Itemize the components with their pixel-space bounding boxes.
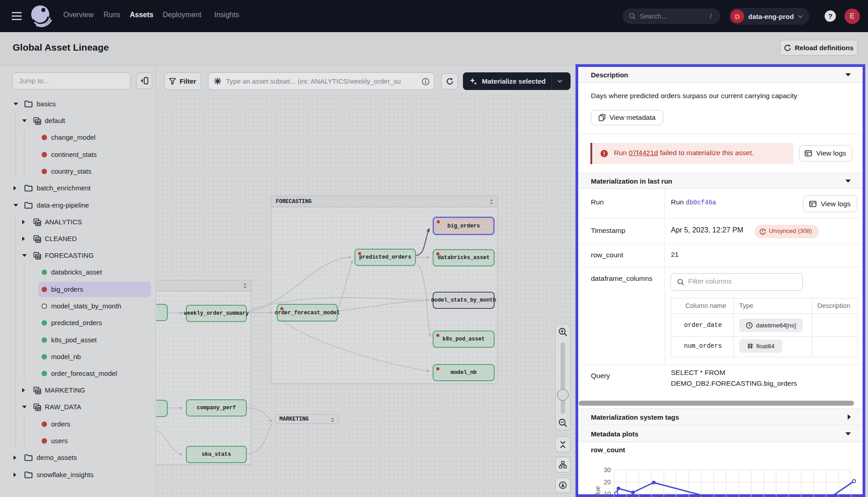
svg-text:20: 20 [604, 478, 611, 486]
svg-text:Value: Value [594, 486, 601, 497]
svg-text:10: 10 [604, 490, 611, 497]
svg-text:30: 30 [604, 466, 611, 473]
